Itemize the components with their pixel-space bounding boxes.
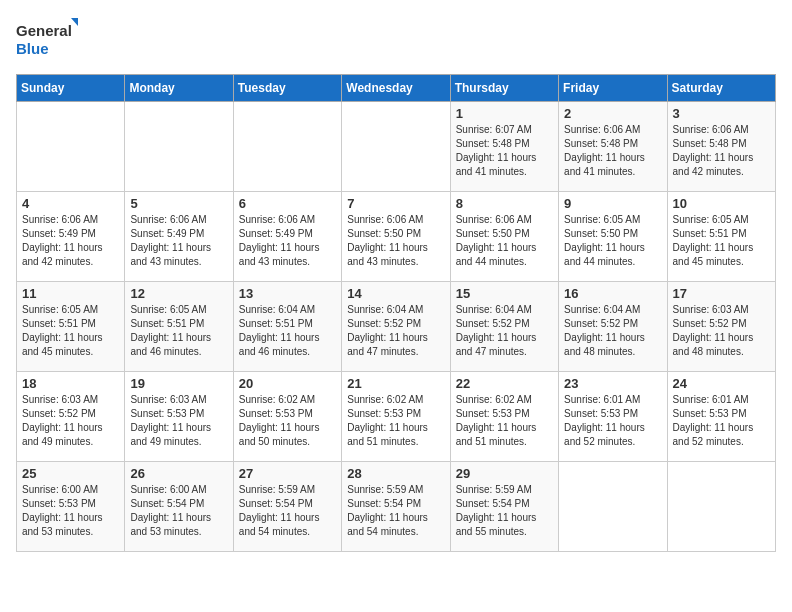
calendar-cell: 21Sunrise: 6:02 AMSunset: 5:53 PMDayligh…	[342, 372, 450, 462]
day-number: 15	[456, 286, 553, 301]
day-info: Sunrise: 6:06 AMSunset: 5:48 PMDaylight:…	[673, 123, 770, 179]
calendar-cell: 10Sunrise: 6:05 AMSunset: 5:51 PMDayligh…	[667, 192, 775, 282]
calendar-cell: 20Sunrise: 6:02 AMSunset: 5:53 PMDayligh…	[233, 372, 341, 462]
day-number: 9	[564, 196, 661, 211]
calendar-cell	[17, 102, 125, 192]
svg-text:General: General	[16, 22, 72, 39]
calendar-cell: 11Sunrise: 6:05 AMSunset: 5:51 PMDayligh…	[17, 282, 125, 372]
calendar-cell: 29Sunrise: 5:59 AMSunset: 5:54 PMDayligh…	[450, 462, 558, 552]
calendar-cell: 14Sunrise: 6:04 AMSunset: 5:52 PMDayligh…	[342, 282, 450, 372]
weekday-header-saturday: Saturday	[667, 75, 775, 102]
day-number: 24	[673, 376, 770, 391]
day-number: 14	[347, 286, 444, 301]
day-info: Sunrise: 6:01 AMSunset: 5:53 PMDaylight:…	[673, 393, 770, 449]
calendar-cell: 28Sunrise: 5:59 AMSunset: 5:54 PMDayligh…	[342, 462, 450, 552]
day-info: Sunrise: 6:06 AMSunset: 5:49 PMDaylight:…	[239, 213, 336, 269]
day-info: Sunrise: 6:04 AMSunset: 5:51 PMDaylight:…	[239, 303, 336, 359]
calendar-cell	[125, 102, 233, 192]
calendar-cell: 9Sunrise: 6:05 AMSunset: 5:50 PMDaylight…	[559, 192, 667, 282]
day-info: Sunrise: 6:04 AMSunset: 5:52 PMDaylight:…	[456, 303, 553, 359]
day-number: 3	[673, 106, 770, 121]
day-info: Sunrise: 6:06 AMSunset: 5:48 PMDaylight:…	[564, 123, 661, 179]
calendar-cell: 6Sunrise: 6:06 AMSunset: 5:49 PMDaylight…	[233, 192, 341, 282]
day-number: 19	[130, 376, 227, 391]
day-info: Sunrise: 6:04 AMSunset: 5:52 PMDaylight:…	[347, 303, 444, 359]
day-info: Sunrise: 6:05 AMSunset: 5:50 PMDaylight:…	[564, 213, 661, 269]
calendar-cell: 7Sunrise: 6:06 AMSunset: 5:50 PMDaylight…	[342, 192, 450, 282]
day-number: 17	[673, 286, 770, 301]
day-number: 18	[22, 376, 119, 391]
calendar-cell: 4Sunrise: 6:06 AMSunset: 5:49 PMDaylight…	[17, 192, 125, 282]
calendar-cell: 19Sunrise: 6:03 AMSunset: 5:53 PMDayligh…	[125, 372, 233, 462]
calendar-cell: 5Sunrise: 6:06 AMSunset: 5:49 PMDaylight…	[125, 192, 233, 282]
calendar-cell: 24Sunrise: 6:01 AMSunset: 5:53 PMDayligh…	[667, 372, 775, 462]
day-info: Sunrise: 6:03 AMSunset: 5:52 PMDaylight:…	[673, 303, 770, 359]
day-info: Sunrise: 6:06 AMSunset: 5:49 PMDaylight:…	[22, 213, 119, 269]
logo-svg: General Blue	[16, 16, 86, 66]
calendar-cell: 22Sunrise: 6:02 AMSunset: 5:53 PMDayligh…	[450, 372, 558, 462]
day-number: 21	[347, 376, 444, 391]
calendar-cell: 13Sunrise: 6:04 AMSunset: 5:51 PMDayligh…	[233, 282, 341, 372]
day-info: Sunrise: 6:02 AMSunset: 5:53 PMDaylight:…	[239, 393, 336, 449]
calendar-cell: 18Sunrise: 6:03 AMSunset: 5:52 PMDayligh…	[17, 372, 125, 462]
day-number: 27	[239, 466, 336, 481]
day-info: Sunrise: 6:01 AMSunset: 5:53 PMDaylight:…	[564, 393, 661, 449]
page-header: General Blue	[16, 16, 776, 66]
calendar-cell	[233, 102, 341, 192]
day-number: 23	[564, 376, 661, 391]
day-info: Sunrise: 6:03 AMSunset: 5:53 PMDaylight:…	[130, 393, 227, 449]
svg-text:Blue: Blue	[16, 40, 49, 57]
calendar-cell: 8Sunrise: 6:06 AMSunset: 5:50 PMDaylight…	[450, 192, 558, 282]
day-info: Sunrise: 5:59 AMSunset: 5:54 PMDaylight:…	[456, 483, 553, 539]
day-number: 20	[239, 376, 336, 391]
day-number: 7	[347, 196, 444, 211]
day-number: 2	[564, 106, 661, 121]
calendar-cell: 12Sunrise: 6:05 AMSunset: 5:51 PMDayligh…	[125, 282, 233, 372]
svg-marker-1	[71, 18, 78, 26]
calendar-cell	[559, 462, 667, 552]
calendar-cell: 26Sunrise: 6:00 AMSunset: 5:54 PMDayligh…	[125, 462, 233, 552]
day-number: 4	[22, 196, 119, 211]
day-info: Sunrise: 6:05 AMSunset: 5:51 PMDaylight:…	[22, 303, 119, 359]
day-info: Sunrise: 6:07 AMSunset: 5:48 PMDaylight:…	[456, 123, 553, 179]
day-number: 12	[130, 286, 227, 301]
day-number: 22	[456, 376, 553, 391]
day-number: 10	[673, 196, 770, 211]
day-number: 1	[456, 106, 553, 121]
calendar-cell	[667, 462, 775, 552]
calendar-cell: 3Sunrise: 6:06 AMSunset: 5:48 PMDaylight…	[667, 102, 775, 192]
day-number: 11	[22, 286, 119, 301]
calendar-cell: 15Sunrise: 6:04 AMSunset: 5:52 PMDayligh…	[450, 282, 558, 372]
day-number: 13	[239, 286, 336, 301]
day-number: 28	[347, 466, 444, 481]
day-number: 16	[564, 286, 661, 301]
day-info: Sunrise: 5:59 AMSunset: 5:54 PMDaylight:…	[347, 483, 444, 539]
calendar-cell: 23Sunrise: 6:01 AMSunset: 5:53 PMDayligh…	[559, 372, 667, 462]
day-info: Sunrise: 6:05 AMSunset: 5:51 PMDaylight:…	[673, 213, 770, 269]
day-number: 25	[22, 466, 119, 481]
calendar-cell: 27Sunrise: 5:59 AMSunset: 5:54 PMDayligh…	[233, 462, 341, 552]
day-number: 26	[130, 466, 227, 481]
calendar-cell: 25Sunrise: 6:00 AMSunset: 5:53 PMDayligh…	[17, 462, 125, 552]
calendar-cell: 1Sunrise: 6:07 AMSunset: 5:48 PMDaylight…	[450, 102, 558, 192]
calendar-cell: 17Sunrise: 6:03 AMSunset: 5:52 PMDayligh…	[667, 282, 775, 372]
weekday-header-sunday: Sunday	[17, 75, 125, 102]
day-info: Sunrise: 6:03 AMSunset: 5:52 PMDaylight:…	[22, 393, 119, 449]
day-info: Sunrise: 6:06 AMSunset: 5:50 PMDaylight:…	[347, 213, 444, 269]
day-info: Sunrise: 6:02 AMSunset: 5:53 PMDaylight:…	[456, 393, 553, 449]
day-number: 6	[239, 196, 336, 211]
day-info: Sunrise: 6:06 AMSunset: 5:49 PMDaylight:…	[130, 213, 227, 269]
weekday-header-thursday: Thursday	[450, 75, 558, 102]
logo: General Blue	[16, 16, 86, 66]
weekday-header-tuesday: Tuesday	[233, 75, 341, 102]
calendar-cell: 2Sunrise: 6:06 AMSunset: 5:48 PMDaylight…	[559, 102, 667, 192]
calendar-table: SundayMondayTuesdayWednesdayThursdayFrid…	[16, 74, 776, 552]
day-number: 29	[456, 466, 553, 481]
day-info: Sunrise: 6:00 AMSunset: 5:53 PMDaylight:…	[22, 483, 119, 539]
calendar-cell	[342, 102, 450, 192]
day-info: Sunrise: 6:05 AMSunset: 5:51 PMDaylight:…	[130, 303, 227, 359]
calendar-cell: 16Sunrise: 6:04 AMSunset: 5:52 PMDayligh…	[559, 282, 667, 372]
day-number: 5	[130, 196, 227, 211]
day-info: Sunrise: 5:59 AMSunset: 5:54 PMDaylight:…	[239, 483, 336, 539]
day-info: Sunrise: 6:00 AMSunset: 5:54 PMDaylight:…	[130, 483, 227, 539]
